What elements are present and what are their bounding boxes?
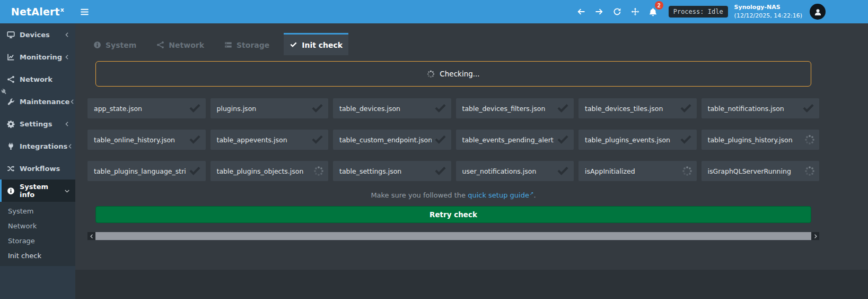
sidebar-item-label: Maintenance (20, 98, 69, 106)
check-card-isappinitialized: isAppInitialized (578, 161, 697, 181)
sidebar-item-label: Devices (20, 31, 50, 39)
sidebar-item-settings[interactable]: Settings (0, 113, 75, 135)
check-label: isAppInitialized (585, 167, 680, 175)
check-icon (188, 102, 201, 115)
setup-note-suffix: . (533, 191, 536, 199)
network-icon (156, 41, 164, 49)
tab-label: Network (169, 41, 204, 49)
check-label: table_devices_filters.json (462, 105, 555, 113)
app-logo[interactable]: NetAlertx (0, 0, 75, 23)
check-icon (679, 133, 692, 147)
check-icon (311, 133, 324, 147)
chevron-right-icon (813, 234, 818, 239)
check-card-table-plugins-events-json: table_plugins_events.json (578, 130, 697, 150)
check-icon (290, 41, 297, 49)
host-name: Synology-NAS (734, 3, 802, 12)
retry-check-button[interactable]: Retry check (95, 206, 811, 223)
sidebar-item-label: Monitoring (20, 53, 62, 61)
chevron-left-icon (64, 32, 70, 38)
check-label: table_plugins_events.json (585, 136, 677, 144)
check-card-table-custom-endpoint-json: table_custom_endpoint.json (333, 130, 451, 150)
check-icon (434, 133, 447, 147)
tab-init-check[interactable]: Init check (284, 33, 348, 55)
quick-setup-guide-link[interactable]: quick setup guide↗ (468, 191, 533, 199)
notifications-button[interactable]: 2 (644, 0, 662, 23)
scrollbar-thumb[interactable] (95, 232, 811, 240)
sidebar-item-monitoring[interactable]: Monitoring (0, 46, 75, 68)
check-label: plugins.json (217, 105, 309, 113)
horizontal-scrollbar[interactable] (87, 232, 819, 240)
check-label: table_appevents.json (217, 136, 309, 144)
bars-icon (80, 7, 89, 16)
chevron-left-icon (69, 99, 75, 105)
check-icon (802, 102, 815, 115)
top-navbar: NetAlertx 2 Process: Idle Syn (0, 0, 868, 23)
check-label: table_events_pending_alert.json (462, 136, 555, 144)
sidebar-item-label: System info (20, 183, 64, 199)
storage-icon (224, 41, 232, 49)
main-content: SystemNetworkStorageInit check Checking.… (75, 23, 868, 299)
sidebar-toggle-button[interactable] (75, 0, 93, 23)
check-card-table-notifications-json: table_notifications.json (702, 98, 820, 118)
sidebar-item-integrations[interactable]: Integrations (0, 135, 75, 157)
check-card-table-devices-tiles-json: table_devices_tiles.json (578, 98, 697, 118)
check-icon (556, 102, 569, 115)
check-card-table-settings-json: table_settings.json (333, 161, 451, 181)
tab-label: System (106, 41, 136, 49)
process-status-badge: Process: Idle (669, 6, 728, 18)
scroll-left-button[interactable] (87, 232, 95, 240)
user-avatar[interactable] (810, 4, 826, 20)
sidebar-item-network[interactable]: Network (0, 68, 75, 90)
system-info-icon (7, 187, 15, 195)
spinner-icon (804, 166, 815, 176)
check-label: table_plugins_history.json (708, 136, 803, 144)
check-card-table-plugins-language-strings-json: table_plugins_language_strings.json (87, 161, 206, 181)
tab-storage[interactable]: Storage (218, 33, 275, 55)
nav-back-button[interactable] (572, 0, 590, 23)
check-card-table-plugins-history-json: table_plugins_history.json (702, 130, 820, 150)
logo-text: NetAlertx (11, 6, 64, 18)
chevron-down-icon (64, 188, 70, 194)
monitoring-icon (7, 53, 15, 61)
chevron-left-icon (64, 121, 70, 127)
check-icon (188, 165, 201, 178)
submenu-item-system[interactable]: System (0, 203, 75, 218)
maintenance-icon (7, 98, 15, 106)
integrations-icon (7, 142, 15, 150)
content-inner: SystemNetworkStorageInit check Checking.… (75, 23, 819, 240)
tab-system[interactable]: System (87, 33, 142, 55)
host-timestamp: (12/12/2025, 14:22:16) (734, 12, 802, 20)
fullscreen-button[interactable] (626, 0, 644, 23)
submenu-item-storage[interactable]: Storage (0, 233, 75, 248)
network-icon (7, 75, 15, 83)
check-card-table-online-history-json: table_online_history.json (87, 130, 206, 150)
sidebar-item-system-info[interactable]: System info (0, 180, 75, 202)
sidebar-item-workflows[interactable]: Workflows (0, 157, 75, 180)
check-card-isgraphqlserverrunning: isGraphQLServerRunning (702, 161, 820, 181)
check-icon (434, 165, 447, 178)
refresh-button[interactable] (608, 0, 626, 23)
check-label: table_custom_endpoint.json (339, 136, 432, 144)
check-icon (434, 102, 447, 115)
sidebar-item-maintenance[interactable]: Maintenance (0, 90, 75, 113)
nav-forward-button[interactable] (590, 0, 608, 23)
notification-count-badge: 2 (655, 1, 663, 10)
sidebar-item-label: Integrations (20, 142, 67, 150)
navbar-right: 2 Process: Idle Synology-NAS (12/12/2025… (572, 0, 868, 23)
spinner-icon (682, 166, 692, 176)
tab-network[interactable]: Network (151, 33, 210, 55)
spinner-icon (427, 70, 435, 78)
sidebar-submenu: SystemNetworkStorageInit check (0, 202, 75, 266)
workflows-icon (7, 165, 15, 173)
scroll-right-button[interactable] (811, 232, 819, 240)
check-label: isGraphQLServerRunning (708, 167, 803, 175)
check-icon (556, 133, 569, 147)
check-card-table-events-pending-alert-json: table_events_pending_alert.json (456, 130, 574, 150)
sidebar-item-devices[interactable]: Devices (0, 23, 75, 46)
submenu-item-init-check[interactable]: Init check (0, 248, 75, 263)
check-label: table_plugins_objects.json (217, 167, 312, 175)
submenu-item-network[interactable]: Network (0, 218, 75, 233)
check-label: user_notifications.json (462, 167, 555, 175)
move-icon (631, 7, 639, 16)
check-label: table_plugins_language_strings.json (94, 167, 186, 175)
